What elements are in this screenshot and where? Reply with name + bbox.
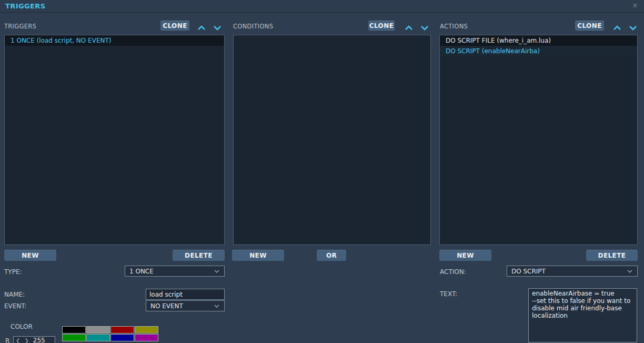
- triggers-list: 1 ONCE (load script, NO EVENT): [4, 35, 225, 245]
- color-swatch[interactable]: [86, 326, 110, 334]
- chevron-down-icon: [214, 304, 220, 308]
- conditions-move-up-button[interactable]: [404, 23, 414, 30]
- action-select[interactable]: DO SCRIPT: [507, 266, 638, 277]
- event-label: EVENT:: [4, 302, 26, 310]
- actions-section-label: ACTIONS: [440, 23, 468, 30]
- type-label: TYPE:: [4, 268, 22, 276]
- chevron-down-icon: [627, 269, 633, 273]
- dialog-title: TRIGGERS: [5, 2, 46, 10]
- type-select-value: 1 ONCE: [129, 268, 154, 275]
- dialog-titlebar: TRIGGERS ✕: [0, 0, 644, 13]
- script-text-area[interactable]: enableNearAirbase = true --set this to f…: [528, 288, 637, 342]
- r-label: R: [5, 337, 9, 343]
- conditions-or-button[interactable]: OR: [317, 250, 346, 261]
- event-select-value: NO EVENT: [150, 302, 183, 310]
- actions-move-down-button[interactable]: [628, 23, 638, 30]
- color-label: COLOR: [11, 323, 33, 330]
- stepper-increment-icon[interactable]: ❯: [22, 338, 31, 343]
- actions-clone-button[interactable]: CLONE: [575, 21, 604, 31]
- color-swatch[interactable]: [62, 334, 86, 341]
- list-item[interactable]: DO SCRIPT FILE (where_i_am.lua): [440, 35, 637, 46]
- close-icon[interactable]: ✕: [631, 2, 639, 10]
- type-select[interactable]: 1 ONCE: [125, 266, 225, 277]
- chevron-down-icon: [420, 25, 429, 31]
- triggers-move-down-button[interactable]: [213, 23, 222, 30]
- action-label: ACTION:: [440, 268, 466, 276]
- conditions-move-down-button[interactable]: [420, 23, 429, 30]
- color-palette: [62, 326, 158, 341]
- text-label: TEXT:: [440, 290, 457, 298]
- name-input[interactable]: [146, 289, 225, 300]
- conditions-new-button[interactable]: NEW: [232, 250, 284, 261]
- chevron-up-icon: [197, 25, 206, 31]
- actions-delete-button[interactable]: DELETE: [586, 250, 638, 261]
- r-value: 255: [31, 337, 45, 343]
- chevron-down-icon: [214, 269, 220, 273]
- color-swatch[interactable]: [135, 326, 158, 334]
- color-swatch[interactable]: [110, 326, 134, 334]
- actions-list: DO SCRIPT FILE (where_i_am.lua)DO SCRIPT…: [439, 35, 638, 245]
- color-swatch[interactable]: [110, 334, 134, 341]
- actions-move-up-button[interactable]: [612, 23, 622, 30]
- name-label: NAME:: [4, 291, 25, 298]
- list-item[interactable]: DO SCRIPT (enableNearAirba): [440, 46, 637, 56]
- triggers-clone-button[interactable]: CLONE: [160, 21, 189, 31]
- list-item[interactable]: 1 ONCE (load script, NO EVENT): [5, 35, 224, 46]
- color-swatch[interactable]: [62, 326, 86, 334]
- triggers-new-button[interactable]: NEW: [4, 250, 56, 261]
- chevron-up-icon: [404, 25, 414, 31]
- event-select[interactable]: NO EVENT: [146, 300, 225, 311]
- conditions-section-label: CONDITIONS: [233, 23, 273, 30]
- actions-new-button[interactable]: NEW: [439, 250, 491, 261]
- chevron-down-icon: [213, 25, 222, 31]
- triggers-section-label: TRIGGERS: [4, 23, 36, 30]
- stepper-decrement-icon[interactable]: ❮: [14, 338, 22, 343]
- action-select-value: DO SCRIPT: [511, 268, 546, 275]
- chevron-up-icon: [612, 25, 622, 31]
- triggers-move-up-button[interactable]: [197, 23, 206, 30]
- chevron-down-icon: [628, 25, 638, 31]
- color-swatch[interactable]: [86, 334, 110, 341]
- conditions-clone-button[interactable]: CLONE: [368, 21, 395, 31]
- triggers-delete-button[interactable]: DELETE: [173, 250, 225, 261]
- color-swatch[interactable]: [135, 334, 158, 341]
- r-value-stepper[interactable]: ❮ ❯ 255: [13, 336, 55, 343]
- conditions-list: [233, 35, 431, 245]
